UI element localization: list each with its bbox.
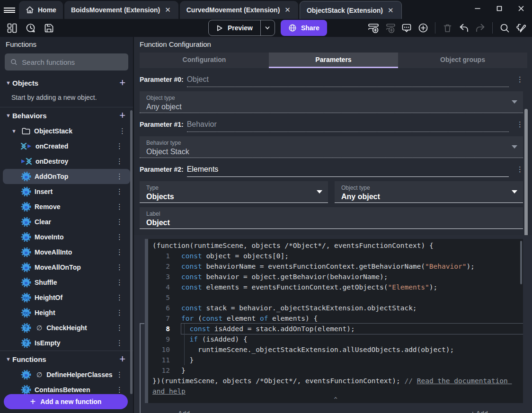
- code-line[interactable]: 3const behavior = object.getBehavior(beh…: [148, 272, 523, 282]
- tab-home[interactable]: Home: [19, 1, 63, 19]
- item-menu-icon[interactable]: ⋮: [116, 293, 123, 302]
- add-comment-button[interactable]: [400, 22, 413, 34]
- code-line[interactable]: 9 if (isAdded) {: [148, 334, 523, 344]
- parameter-menu-icon[interactable]: ⋮: [516, 75, 523, 84]
- code-line[interactable]: 6const stack = behavior._objectStackExte…: [148, 303, 523, 313]
- code-line[interactable]: 5: [148, 292, 523, 303]
- history-button[interactable]: [24, 22, 36, 34]
- object-type-select[interactable]: Object type Any object: [140, 91, 523, 113]
- label-field[interactable]: Label Object: [140, 207, 523, 229]
- parameter-name-input[interactable]: Elements: [187, 165, 509, 177]
- sidebar-item-shuffle[interactable]: »Shuffle⋮: [3, 275, 130, 290]
- add-object-button[interactable]: +: [116, 77, 128, 89]
- item-menu-icon[interactable]: ⋮: [116, 142, 123, 150]
- object-type-select[interactable]: Object type Any object: [335, 181, 523, 203]
- code-line[interactable]: 8 const isAdded = stack.addOnTop(element…: [148, 324, 523, 334]
- item-menu-icon[interactable]: ⋮: [119, 127, 125, 135]
- sidebar-item-addontop[interactable]: »AddOnTop⋮: [3, 169, 130, 184]
- undo-button[interactable]: [458, 22, 470, 34]
- item-menu-icon[interactable]: ⋮: [116, 187, 123, 196]
- delete-button[interactable]: [441, 22, 453, 34]
- javascript-code-event[interactable]: (function(runtimeScene, objects /*Object…: [145, 239, 523, 403]
- collapse-editor-icon[interactable]: ^: [148, 396, 523, 403]
- tab-boidsmovement[interactable]: BoidsMovement (Extension) ✕: [64, 1, 178, 19]
- project-manager-button[interactable]: [6, 22, 18, 34]
- sidebar-item-definehelperclasses[interactable]: »∅DefineHelperClasses⋮: [3, 367, 130, 382]
- item-menu-icon[interactable]: ⋮: [116, 157, 123, 166]
- parameters-scrollbar[interactable]: [524, 109, 528, 256]
- item-menu-icon[interactable]: ⋮: [116, 202, 123, 211]
- close-tab-icon[interactable]: ✕: [387, 6, 395, 15]
- code-event-handle[interactable]: [145, 239, 148, 403]
- code-line[interactable]: 10 runtimeScene._objectStackExtension.al…: [148, 344, 523, 355]
- share-button[interactable]: Share: [281, 20, 327, 36]
- sidebar-item-insert[interactable]: »Insert⋮: [3, 184, 130, 199]
- preview-button[interactable]: Preview: [209, 20, 260, 35]
- tab-configuration[interactable]: Configuration: [140, 53, 269, 68]
- close-tab-icon[interactable]: ✕: [164, 6, 172, 14]
- sidebar-item-moveallontop[interactable]: »MoveAllOnTop⋮: [3, 260, 130, 275]
- save-button[interactable]: [43, 22, 55, 34]
- code-editor[interactable]: (function(runtimeScene, objects /*Object…: [148, 239, 523, 403]
- item-menu-icon[interactable]: ⋮: [116, 218, 123, 226]
- sidebar-item-heightof[interactable]: f(x)HeightOf⋮: [3, 290, 130, 305]
- add-free-function-button[interactable]: +: [116, 353, 128, 365]
- sidebar-item-height[interactable]: f(x)Height⋮: [3, 305, 130, 320]
- item-menu-icon[interactable]: ⋮: [116, 248, 123, 256]
- add-new-function-button[interactable]: + Add a new function: [4, 394, 128, 409]
- caret-down-icon[interactable]: ▼: [6, 80, 12, 86]
- sidebar-item-clear[interactable]: »Clear⋮: [3, 214, 130, 229]
- code-line[interactable]: 4const elements = eventsFunctionContext.…: [148, 282, 523, 292]
- item-menu-icon[interactable]: ⋮: [116, 278, 123, 287]
- code-line[interactable]: 7for (const element of elements) {: [148, 313, 523, 324]
- close-tab-icon[interactable]: ✕: [284, 6, 292, 14]
- parameter-name-input[interactable]: Object: [187, 75, 509, 87]
- tab-curvedmovement[interactable]: CurvedMovement (Extension) ✕: [180, 1, 298, 19]
- search-box[interactable]: [5, 53, 128, 70]
- caret-down-icon[interactable]: ▼: [6, 356, 12, 362]
- sidebar-item-ondestroy[interactable]: onDestroy⋮: [3, 154, 130, 169]
- add-subevent-button[interactable]: [384, 22, 396, 34]
- redo-button[interactable]: [474, 22, 487, 34]
- parameter-name-input[interactable]: Behavior: [187, 120, 509, 132]
- item-menu-icon[interactable]: ⋮: [116, 339, 123, 347]
- sidebar-scrollbar[interactable]: [130, 110, 133, 394]
- sidebar-item-remove[interactable]: »Remove⋮: [3, 199, 130, 214]
- item-menu-icon[interactable]: ⋮: [116, 233, 123, 241]
- code-scrollbar[interactable]: [520, 241, 522, 284]
- code-line[interactable]: 2const behaviorName = eventsFunctionCont…: [148, 261, 523, 272]
- tab-objectstack[interactable]: ObjectStack (Extension) ✕: [300, 1, 402, 19]
- tab-parameters[interactable]: Parameters: [269, 53, 398, 68]
- maximize-button[interactable]: [488, 1, 510, 16]
- sidebar-item-checkheight[interactable]: ?∅CheckHeight⋮: [3, 320, 130, 335]
- type-select[interactable]: Type Objects: [140, 181, 328, 203]
- minimize-button[interactable]: [467, 1, 488, 16]
- code-line[interactable]: 11 }: [148, 355, 523, 365]
- item-menu-icon[interactable]: ⋮: [116, 263, 123, 272]
- behavior-group-objectstack[interactable]: ▼ ObjectStack ⋮: [0, 123, 133, 139]
- behavior-type-select[interactable]: Behavior type Object Stack: [140, 136, 523, 158]
- preview-options-button[interactable]: [260, 20, 275, 35]
- item-menu-icon[interactable]: ⋮: [116, 308, 123, 317]
- caret-down-icon[interactable]: ▼: [6, 113, 12, 118]
- sidebar-item-moveallinto[interactable]: »MoveAllInto⋮: [3, 245, 130, 260]
- search-events-button[interactable]: [498, 22, 511, 34]
- sidebar-item-isempty[interactable]: ?IsEmpty⋮: [3, 335, 130, 351]
- code-line[interactable]: 1const object = objects[0];: [148, 251, 523, 261]
- section-functions[interactable]: ▼ Functions +: [0, 351, 133, 367]
- item-menu-icon[interactable]: ⋮: [116, 324, 123, 332]
- search-input[interactable]: [22, 58, 123, 66]
- item-menu-icon[interactable]: ⋮: [116, 370, 123, 379]
- sidebar-item-oncreated[interactable]: onCreated⋮: [3, 139, 130, 154]
- menu-button[interactable]: [0, 1, 19, 19]
- add-behavior-button[interactable]: +: [116, 109, 128, 122]
- code-line[interactable]: 12}: [148, 365, 523, 376]
- item-menu-icon[interactable]: ⋮: [116, 386, 123, 394]
- section-objects[interactable]: ▼ Objects +: [0, 75, 133, 91]
- sidebar-item-moveinto[interactable]: »MoveInto⋮: [3, 229, 130, 245]
- section-behaviors[interactable]: ▼ Behaviors +: [0, 107, 133, 123]
- item-menu-icon[interactable]: ⋮: [116, 172, 123, 181]
- add-more-button[interactable]: [417, 22, 429, 34]
- caret-down-icon[interactable]: ▼: [11, 128, 18, 134]
- parameter-menu-icon[interactable]: ⋮: [516, 165, 523, 174]
